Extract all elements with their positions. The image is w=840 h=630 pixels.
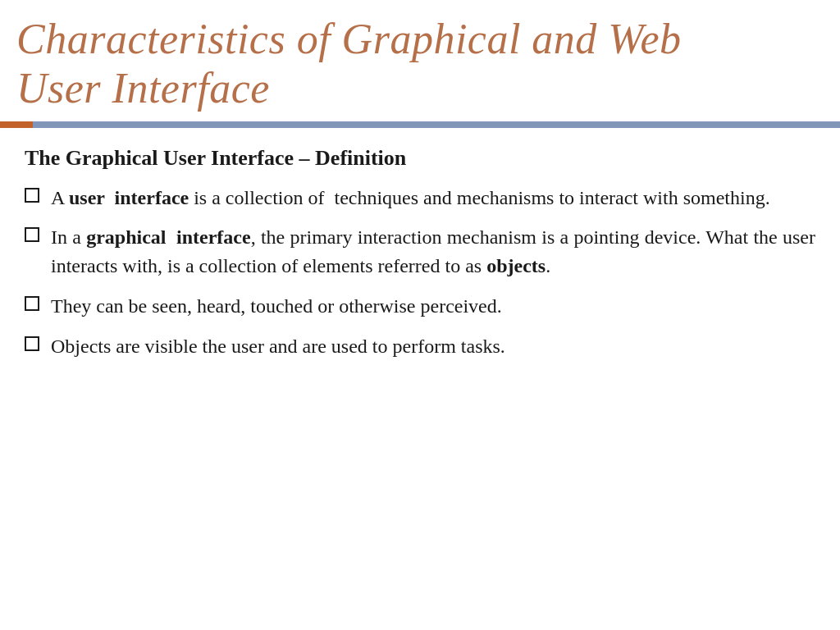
slide-title: Characteristics of Graphical and Web Use… <box>16 15 824 113</box>
bullet-text-1: A user interface is a collection of tech… <box>51 184 815 212</box>
bullet-checkbox <box>25 227 39 242</box>
list-item: They can be seen, heard, touched or othe… <box>25 292 815 321</box>
slide: Characteristics of Graphical and Web Use… <box>0 0 840 630</box>
list-item: Objects are visible the user and are use… <box>25 332 815 361</box>
slide-content: The Graphical User Interface – Definitio… <box>0 128 840 630</box>
bullet-text-2: In a graphical interface, the primary in… <box>51 223 815 281</box>
bullet-checkbox <box>25 296 39 311</box>
title-line1: Characteristics of Graphical and Web <box>16 16 682 62</box>
bold-objects: objects <box>486 255 546 276</box>
bold-graphical-interface: graphical interface <box>86 226 250 248</box>
list-item: A user interface is a collection of tech… <box>25 184 815 212</box>
divider-blue <box>33 121 840 128</box>
bullet-list: A user interface is a collection of tech… <box>25 184 815 361</box>
divider <box>0 121 840 128</box>
bullet-checkbox <box>25 188 39 203</box>
bold-user-interface: user interface <box>69 187 189 208</box>
divider-orange <box>0 121 33 128</box>
slide-header: Characteristics of Graphical and Web Use… <box>0 0 840 121</box>
bullet-text-4: Objects are visible the user and are use… <box>51 332 815 361</box>
bullet-text-3: They can be seen, heard, touched or othe… <box>51 292 815 321</box>
bullet-checkbox <box>25 336 39 351</box>
list-item: In a graphical interface, the primary in… <box>25 223 815 281</box>
title-line2: User Interface <box>16 65 270 112</box>
section-title: The Graphical User Interface – Definitio… <box>25 146 815 171</box>
